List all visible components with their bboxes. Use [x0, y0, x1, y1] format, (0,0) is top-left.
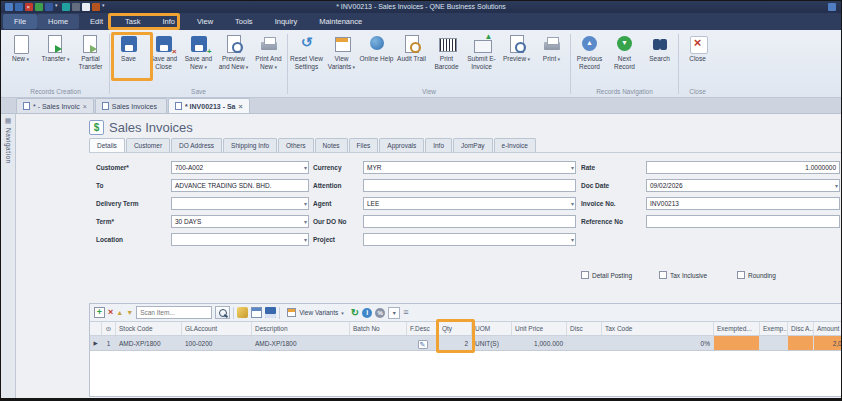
quick-refresh-icon[interactable] — [62, 3, 70, 11]
tab-files[interactable]: Files — [349, 138, 379, 152]
search-button[interactable]: Search — [642, 31, 677, 64]
menu-tools[interactable]: Tools — [224, 14, 264, 29]
currency-field[interactable]: MYR — [363, 161, 576, 174]
quick-save-icon[interactable] — [15, 3, 23, 11]
move-up-icon[interactable]: ▲ — [116, 309, 123, 316]
menu-inquiry[interactable]: Inquiry — [264, 14, 309, 29]
attention-field[interactable] — [363, 179, 576, 192]
our-do-no-field[interactable] — [363, 215, 576, 228]
partial-transfer-button[interactable]: Partial Transfer — [73, 31, 108, 72]
menu-home[interactable]: Home — [37, 14, 79, 29]
window-menu-icon[interactable] — [828, 3, 836, 11]
cell-f-desc[interactable]: ✎ — [407, 336, 439, 350]
tab-sales-invoice-new[interactable]: * - Sales Invoic × — [16, 98, 94, 113]
chevron-down-icon[interactable] — [55, 3, 60, 11]
transfer-button[interactable]: Transfer — [38, 31, 73, 64]
tab-notes[interactable]: Notes — [315, 138, 348, 152]
print-and-new-button[interactable]: Print And New — [251, 31, 286, 72]
header-indicator[interactable] — [90, 322, 102, 335]
delete-row-icon[interactable]: × — [108, 308, 113, 317]
rate-field[interactable]: 1.0000000 — [646, 161, 840, 174]
quick-confirm-icon[interactable] — [35, 3, 43, 11]
quick-delete-icon[interactable] — [25, 3, 33, 11]
location-field[interactable] — [171, 233, 309, 246]
tab-jompay[interactable]: JomPay — [453, 138, 492, 152]
cell-disc[interactable] — [567, 336, 602, 350]
header-tax-code[interactable]: Tax Code — [602, 322, 714, 335]
cell-exempted[interactable] — [714, 336, 760, 350]
header-description[interactable]: Description — [252, 322, 350, 335]
header-amount[interactable]: Amount — [814, 322, 842, 335]
detail-posting-checkbox[interactable]: Detail Posting — [581, 271, 632, 279]
invoice-no-field[interactable]: INV00213 — [646, 197, 840, 210]
checkbox-box[interactable] — [659, 271, 667, 279]
menu-icon[interactable]: ≡ — [403, 308, 408, 317]
header-stock-code[interactable]: Stock Code — [116, 322, 182, 335]
cell-unit-price[interactable]: 1,000.000 — [512, 336, 567, 350]
menu-view[interactable]: View — [186, 14, 224, 29]
summary-icon[interactable]: % — [375, 308, 385, 318]
navigation-panel-collapsed[interactable]: Navigation — [1, 114, 16, 398]
save-layout-icon[interactable] — [265, 307, 276, 318]
export-icon[interactable]: ▾ — [388, 307, 400, 319]
agent-field[interactable]: LEE — [363, 197, 576, 210]
header-exempted[interactable]: Exempted... — [714, 322, 760, 335]
project-field[interactable] — [363, 233, 576, 246]
header-disc-amount[interactable]: Disc A... — [788, 322, 814, 335]
preview-and-new-button[interactable]: Preview and New — [216, 31, 251, 72]
cell-batch-no[interactable] — [350, 336, 407, 350]
previous-record-button[interactable]: Previous Record — [572, 31, 607, 72]
view-variants-button[interactable]: View Variants ▾ — [283, 307, 348, 318]
cell-description[interactable]: AMD-XP/1800 — [252, 336, 350, 350]
menu-file[interactable]: File — [3, 14, 37, 29]
tab-einvoice[interactable]: e-Invoice — [494, 138, 536, 152]
refresh-icon[interactable]: ↻ — [351, 308, 359, 318]
cell-amount[interactable]: 2,000.00 — [814, 336, 842, 350]
cell-uom[interactable]: UNIT(S) — [472, 336, 512, 350]
to-field[interactable]: ADVANCE TRADING SDN. BHD. — [171, 179, 309, 192]
flag-icon[interactable] — [92, 3, 100, 11]
view-variants-button[interactable]: View Variants — [324, 31, 359, 72]
tab-details[interactable]: Details — [89, 138, 125, 152]
info-icon[interactable]: i — [362, 308, 372, 318]
delivery-term-field[interactable] — [171, 197, 309, 210]
scan-item-input[interactable] — [136, 306, 212, 319]
online-help-button[interactable]: Online Help — [359, 31, 394, 64]
cell-gl-account[interactable]: 100-0200 — [182, 336, 252, 350]
reference-no-field[interactable] — [646, 215, 840, 228]
header-uom[interactable]: UOM — [472, 322, 512, 335]
cell-exemp[interactable] — [760, 336, 788, 350]
chevron-down-icon[interactable] — [102, 3, 107, 11]
tab-do-address[interactable]: DO Address — [171, 138, 222, 152]
quick-navigate-icon[interactable] — [45, 3, 53, 11]
rounding-checkbox[interactable]: Rounding — [737, 271, 776, 279]
header-gl-account[interactable]: GLAccount — [182, 322, 252, 335]
preview-button[interactable]: Preview — [499, 31, 534, 64]
tax-inclusive-checkbox[interactable]: Tax Inclusive — [659, 271, 707, 279]
app-icon[interactable] — [5, 3, 13, 11]
tab-customer[interactable]: Customer — [126, 138, 170, 152]
document-icon[interactable] — [82, 3, 90, 11]
tab-shipping-info[interactable]: Shipping Info — [223, 138, 277, 152]
close-icon[interactable]: × — [83, 103, 87, 110]
submit-einvoice-button[interactable]: Submit E-Invoice — [464, 31, 499, 72]
save-and-new-button[interactable]: Save and New — [181, 31, 216, 72]
next-record-button[interactable]: Next Record — [607, 31, 642, 72]
tab-others[interactable]: Others — [278, 138, 314, 152]
layout-icon[interactable] — [251, 307, 262, 318]
edit-note-icon[interactable]: ✎ — [418, 340, 428, 349]
wand-icon[interactable] — [237, 307, 248, 318]
header-batch-no[interactable]: Batch No — [350, 322, 407, 335]
print-barcode-button[interactable]: Print Barcode — [429, 31, 464, 72]
tab-inv00213[interactable]: * INV00213 - Sa × — [168, 98, 250, 113]
print-button[interactable]: Print — [534, 31, 569, 64]
menu-maintenance[interactable]: Maintenance — [308, 14, 373, 29]
term-field[interactable]: 30 DAYS — [171, 215, 309, 228]
cell-disc-amount[interactable] — [788, 336, 814, 350]
search-item-icon[interactable] — [215, 306, 230, 319]
header-f-desc[interactable]: F.Desc — [407, 322, 439, 335]
move-down-icon[interactable]: ▼ — [126, 309, 133, 316]
reset-view-settings-button[interactable]: Reset View Settings — [289, 31, 324, 72]
gear-icon[interactable] — [72, 3, 80, 11]
tab-sales-invoices-list[interactable]: Sales Invoices — [95, 98, 167, 113]
